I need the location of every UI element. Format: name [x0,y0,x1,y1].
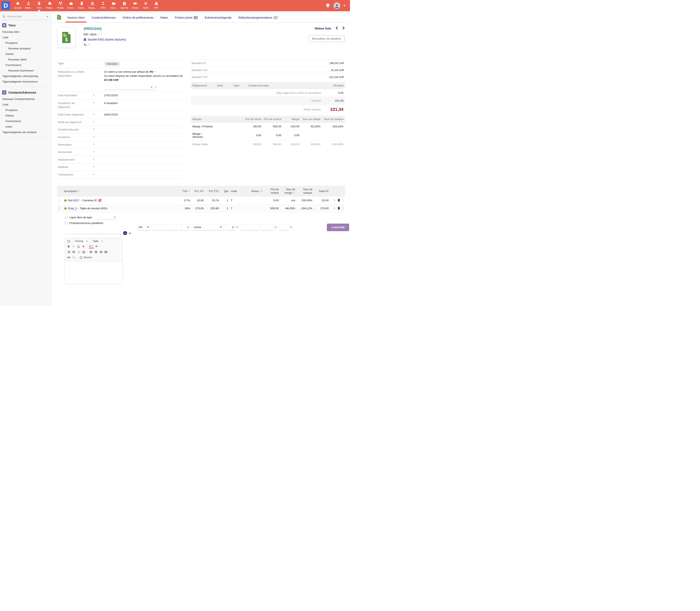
tab-contacts-adresses[interactable]: Contacts/Adresses [88,15,119,22]
strikethrough-button[interactable]: S [81,244,85,248]
predefined-product-select[interactable] [65,229,121,234]
ajouter-button[interactable]: AJOUTER [327,224,349,231]
drag-handle-icon[interactable]: ⠿ [342,199,344,202]
ordered-list-icon[interactable]: 12 [67,250,71,254]
sidebar-item-contacts-prospects[interactable]: Prospects [0,107,51,113]
source-button[interactable]: ‹› Source [79,255,92,259]
edit-destination-icon[interactable]: ✎ [93,143,95,147]
company-link[interactable]: Société ERO (Autres factures) [87,38,126,41]
italic-button[interactable]: I [72,244,76,248]
pu-ttc-input[interactable] [166,224,178,230]
free-line-type-select[interactable] [95,215,116,220]
edit-date-facturation-icon[interactable]: ✎ [93,93,95,98]
bold-button[interactable]: B [67,244,71,248]
sidebar-item-tags-fournisseurs[interactable]: Tags/catégories fournisseurs [0,79,51,84]
tab-evenements-agenda[interactable]: Événements/Agenda [201,15,235,22]
format-dropdown[interactable]: Format [74,240,89,243]
print-icon[interactable] [325,3,330,9]
margin-rate-input[interactable] [261,224,274,230]
sidebar-item-nouveau-fournisseur[interactable]: Nouveau fournisseur [0,68,51,73]
user-avatar[interactable] [334,2,340,9]
align-left-icon[interactable] [89,250,93,254]
user-menu-chevron-icon[interactable] [344,5,346,6]
delete-line-icon[interactable] [337,199,340,202]
link-icon[interactable] [67,255,71,259]
sidebar-item-contacts-fournisseurs[interactable]: Fournisseurs [0,118,51,124]
sidebar-item-tags-clients[interactable]: Tags/catégories clients/prosp. [0,73,51,79]
tab-reductions-augmentations[interactable]: Réductions/augmentations0 [235,15,281,22]
tab-notes[interactable]: Notes [157,15,172,22]
discount-input[interactable] [225,224,235,230]
sidebar-title-contacts[interactable]: Contacts/Adresses [2,90,51,94]
sidebar-item-clients[interactable]: Clients [0,51,51,57]
project-sitemap-icon[interactable] [84,43,87,46]
remove-format-button[interactable]: Tx [95,244,99,248]
back-to-list-link[interactable]: Retour liste [315,27,331,30]
outdent-icon[interactable] [76,250,81,254]
pu-ht-input[interactable] [153,224,164,230]
sidebar-item-nouveau-client[interactable]: Nouveau client [0,57,51,62]
edit-tva-col-icon[interactable]: ✎ [188,190,190,193]
predefined-radio[interactable] [65,222,68,224]
nav-item-facturation[interactable]: $ Factur... [76,0,87,11]
nav-item-tiers[interactable]: Tiers [34,0,44,11]
indent-icon[interactable] [81,250,85,254]
markup-rate-input[interactable] [279,224,289,230]
next-record-icon[interactable] [342,26,345,30]
edit-transporteur-icon[interactable]: ✎ [93,173,95,177]
underline-button[interactable]: U [76,244,81,248]
edit-discount-icon[interactable]: ✎ [154,70,156,74]
nav-item-projets[interactable]: Projets [55,0,66,11]
sidebar-item-nouveau-tiers[interactable]: Nouveau tiers [0,29,51,34]
sidebar-item-liste-contacts[interactable]: Liste [0,102,51,107]
search-input[interactable] [7,15,45,18]
nav-item-accueil[interactable]: Accueil [13,0,23,11]
nav-item-commerce[interactable]: Comm... [66,0,76,11]
search-dropdown-caret-icon[interactable]: ▼ [46,15,48,18]
nav-item-grh[interactable]: GRH [98,0,108,11]
nav-item-tickets[interactable]: Tickets [130,0,140,11]
nav-item-outils[interactable]: Outils [140,0,151,11]
tab-facture-client[interactable]: Facture client [64,15,88,22]
nav-item-agenda[interactable]: Agenda [119,0,130,11]
sidebar-title-tiers[interactable]: Tiers [2,23,51,27]
taille-dropdown[interactable]: Taille [92,240,104,243]
nav-item-banque[interactable]: Banqu... [87,0,98,11]
dolibarr-logo[interactable]: D [1,1,10,10]
product-ref-link[interactable]: Ref-0017 [68,199,79,202]
vat-select[interactable]: 0% [137,224,150,230]
credits-select[interactable]: ✎ [104,85,157,90]
sidebar-item-nouveau-contact[interactable]: Nouveau Contact/Adresse [0,96,51,102]
edit-totalcarburant-icon[interactable]: ✎ [93,158,95,162]
edit-project-icon[interactable]: ✎ [88,43,90,46]
unlink-icon[interactable] [72,255,76,259]
edit-conditions-icon[interactable]: ✎ [93,101,95,109]
edit-incoterms-icon[interactable]: ✎ [93,135,95,139]
edit-reduc-col-icon[interactable]: ✎ [260,190,263,193]
text-color-button[interactable]: A [89,244,94,248]
tab-ordres-prelevements[interactable]: Ordres de prélèvements [119,15,157,22]
add-product-icon[interactable]: + [123,231,127,235]
nav-item-documents[interactable]: Docu... [108,0,119,11]
sidebar-item-fournisseurs[interactable]: Fournisseurs [0,62,51,68]
align-justify-icon[interactable] [104,250,108,254]
bullet-list-icon[interactable] [72,250,76,254]
editor-content[interactable] [65,261,122,284]
delete-line-icon[interactable] [337,207,340,210]
maximize-icon[interactable] [67,239,71,243]
nav-item-pdv[interactable]: PdV [151,0,162,11]
edit-description-col-icon[interactable]: ✎ [78,190,80,193]
free-line-radio[interactable] [65,216,68,219]
sidebar-item-tags-contacts[interactable]: Tags/catégories de contacts [0,130,51,135]
edit-tmarge-col-icon[interactable]: ✎ [293,191,295,195]
sidebar-item-contacts-clients[interactable]: Clients [0,113,51,118]
align-right-icon[interactable] [99,250,103,254]
edit-credits-icon[interactable]: ✎ [155,85,157,89]
product-ref-link[interactable]: Prod_3 [68,207,77,210]
previous-record-icon[interactable] [336,26,338,30]
edit-line-icon[interactable]: ✎ [333,207,336,210]
drag-handle-icon[interactable]: ⠿ [342,207,344,210]
nav-item-adherents[interactable]: Adhér... [23,0,34,11]
cost-price-input[interactable] [241,224,259,230]
tab-fichiers-joints[interactable]: Fichiers joints1 [171,15,201,22]
